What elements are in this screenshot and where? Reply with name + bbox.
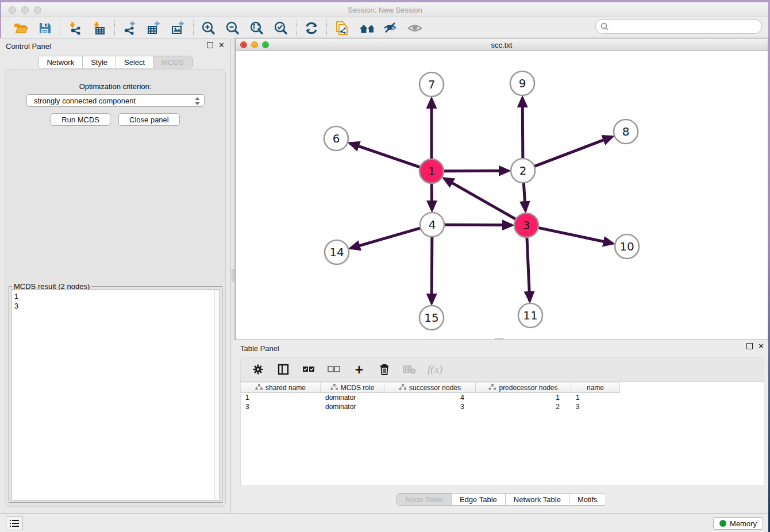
graph-node-9[interactable]: 9 (510, 71, 534, 95)
result-scrollbar[interactable] (214, 290, 220, 500)
graph-node-4[interactable]: 4 (420, 213, 444, 237)
search-input[interactable] (595, 19, 762, 34)
table-tab-node-table[interactable]: Node Table (397, 494, 451, 505)
table-cell[interactable]: 2 (476, 402, 571, 411)
column-header-predecessor-nodes[interactable]: predecessor nodes (476, 382, 571, 393)
table-cell[interactable]: dominator (321, 402, 384, 411)
column-namespace-icon (399, 384, 406, 392)
edge-4-15[interactable] (432, 237, 432, 303)
table-row[interactable]: 1dominator411 (241, 393, 620, 402)
titlebar: Session: New Session (0, 2, 770, 17)
edge-1-2[interactable] (444, 171, 509, 171)
edge-4-14[interactable] (351, 228, 421, 248)
zoom-in-icon[interactable] (201, 21, 216, 36)
clone-network-icon[interactable] (334, 21, 349, 36)
close-table-panel-icon[interactable]: ✕ (758, 343, 764, 349)
graph-node-1[interactable]: 1 (419, 159, 444, 183)
selected-criterion: strongly connected component (34, 97, 136, 105)
task-history-button[interactable] (6, 516, 23, 530)
column-header-successor-nodes[interactable]: successor nodes (384, 382, 476, 393)
edge-4-3[interactable] (444, 225, 512, 225)
show-column-panel-icon[interactable] (276, 363, 290, 376)
tab-select[interactable]: Select (116, 56, 153, 68)
table-cell[interactable]: 1 (476, 393, 571, 402)
function-builder-icon[interactable]: f(x) (428, 363, 442, 376)
svg-text:11: 11 (523, 309, 537, 322)
save-session-icon[interactable] (37, 21, 52, 36)
table-cell[interactable]: dominator (321, 393, 384, 402)
zoom-fit-icon[interactable] (249, 21, 264, 36)
apply-layout-icon[interactable] (304, 21, 319, 36)
graph-node-8[interactable]: 8 (614, 119, 638, 144)
edge-1-4[interactable] (432, 183, 432, 210)
import-network-icon[interactable] (68, 21, 83, 36)
edge-3-11[interactable] (527, 237, 530, 301)
tab-style[interactable]: Style (82, 56, 116, 68)
float-panel-icon[interactable] (207, 42, 213, 48)
tab-mcds[interactable]: MCDS (153, 56, 191, 68)
table-cell[interactable]: 3 (571, 402, 620, 411)
edge-1-6[interactable] (350, 143, 420, 167)
table-cell[interactable]: 4 (384, 393, 476, 402)
column-header-name[interactable]: name (571, 382, 620, 393)
table-settings-icon[interactable] (251, 363, 265, 376)
optimization-criterion-select[interactable]: strongly connected component (26, 94, 205, 107)
add-column-icon[interactable]: + (352, 363, 366, 376)
hide-selected-icon[interactable] (383, 21, 398, 36)
edge-3-1[interactable] (444, 178, 516, 219)
svg-text:9: 9 (519, 76, 526, 90)
main-toolbar (0, 17, 770, 39)
table-cell[interactable]: 3 (241, 402, 321, 411)
export-network-icon[interactable] (122, 21, 137, 36)
column-header-shared-name[interactable]: shared name (241, 382, 321, 393)
export-table-icon[interactable] (147, 21, 161, 36)
search-icon (600, 22, 609, 33)
column-header-MCDS-role[interactable]: MCDS role (321, 382, 384, 393)
network-window-titlebar[interactable]: x − + scc.txt (236, 38, 768, 51)
import-table-icon[interactable] (92, 21, 107, 36)
select-all-icon[interactable] (302, 363, 315, 376)
zoom-out-icon[interactable] (225, 21, 240, 36)
zoom-selected-icon[interactable] (274, 21, 288, 36)
graph-node-10[interactable]: 10 (615, 234, 639, 259)
table-row[interactable]: 3dominator323 (241, 402, 620, 411)
delete-column-icon[interactable] (378, 363, 391, 376)
edge-3-10[interactable] (538, 228, 613, 243)
export-image-icon[interactable] (171, 21, 186, 36)
table-tab-edge-table[interactable]: Edge Table (451, 494, 505, 505)
memory-button[interactable]: Memory (713, 517, 763, 530)
graph-node-14[interactable]: 14 (325, 240, 349, 264)
edge-2-3[interactable] (523, 183, 525, 211)
table-tab-network-table[interactable]: Network Table (505, 494, 569, 505)
graph-node-2[interactable]: 2 (511, 159, 535, 183)
show-all-icon[interactable] (407, 21, 422, 36)
tab-network[interactable]: Network (38, 56, 82, 68)
table-cell[interactable]: 1 (571, 393, 620, 402)
table-toolbar: + f(x) (240, 357, 764, 381)
first-neighbors-icon[interactable] (359, 21, 374, 36)
edge-2-8[interactable] (534, 137, 613, 167)
table-tab-bar: Node TableEdge TableNetwork TableMotifs (396, 493, 606, 506)
graph-node-7[interactable]: 7 (419, 72, 444, 97)
run-mcds-button[interactable]: Run MCDS (51, 113, 110, 126)
graph-node-6[interactable]: 6 (324, 126, 348, 151)
float-table-panel-icon[interactable] (746, 343, 753, 349)
graph-node-15[interactable]: 15 (419, 306, 444, 330)
network-canvas[interactable]: 7968124314101511 (236, 51, 768, 340)
control-panel: Control Panel ✕ NetworkStyleSelectMCDS O… (0, 39, 230, 513)
unselect-all-icon[interactable] (327, 363, 341, 376)
table-cell[interactable]: 3 (384, 402, 476, 411)
graph-node-3[interactable]: 3 (514, 213, 538, 237)
graph-node-11[interactable]: 11 (518, 303, 542, 327)
mcds-result-text[interactable]: 13 (11, 290, 220, 500)
table-cell[interactable]: 1 (241, 393, 321, 402)
close-panel-button[interactable]: Close panel (118, 113, 180, 126)
open-session-icon[interactable] (13, 21, 28, 36)
table-tab-motifs[interactable]: Motifs (569, 494, 606, 505)
network-view-window: x − + scc.txt 7968124314101511 (235, 38, 768, 340)
table-panel-title: Table Panel (240, 344, 279, 353)
table-header-row: shared nameMCDS rolesuccessor nodesprede… (241, 382, 620, 393)
delete-table-icon[interactable] (403, 363, 417, 376)
close-panel-icon[interactable]: ✕ (218, 42, 225, 48)
edge-2-9[interactable] (522, 98, 523, 159)
